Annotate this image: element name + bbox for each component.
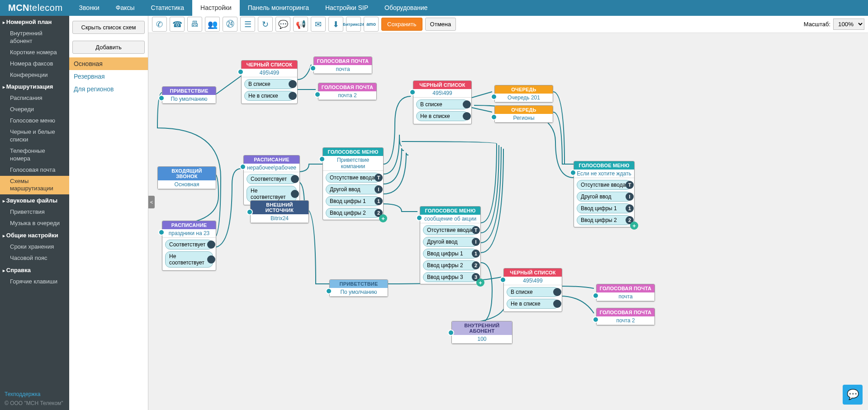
node-output[interactable]: Отсутствие вводаT — [326, 173, 380, 183]
support-link[interactable]: Техподдержка — [5, 391, 65, 397]
port-out[interactable] — [207, 240, 215, 249]
sidebar-group-title[interactable]: Номерной план — [0, 16, 69, 28]
node-output[interactable]: Ввод цифры 22 — [577, 215, 631, 225]
port-in[interactable] — [593, 292, 599, 299]
zoom-select[interactable]: 100% — [833, 19, 864, 30]
port-in[interactable] — [240, 164, 246, 170]
sidebar-item[interactable]: Сроки хранения — [0, 241, 69, 253]
sidebar-item[interactable]: Расписания — [0, 93, 69, 104]
port-in[interactable] — [570, 170, 576, 176]
sidebar-item[interactable]: Короткие номера — [0, 47, 69, 58]
node-output[interactable]: Не соответствует — [247, 186, 297, 202]
node-output[interactable]: Не соответствует — [165, 251, 213, 268]
chat-widget-icon[interactable]: 💬 — [843, 385, 863, 405]
tool-24-icon[interactable]: ㉔ — [223, 17, 237, 32]
tool-bitrix-icon[interactable]: Битрикс24 — [346, 17, 361, 32]
tool-amo-icon[interactable]: amo — [364, 17, 379, 32]
port-in[interactable] — [326, 288, 332, 294]
node-output[interactable]: Ввод цифры 11 — [577, 203, 631, 213]
add-output-button[interactable]: + — [630, 221, 638, 230]
sidebar-item[interactable]: Номера факсов — [0, 58, 69, 70]
node-output[interactable]: Отсутствие вводаT — [577, 180, 631, 190]
node-voicemail-3[interactable]: ГОЛОСОВАЯ ПОЧТА почта — [596, 284, 655, 302]
port-in[interactable] — [409, 89, 416, 95]
port-out[interactable] — [289, 92, 297, 100]
node-voicemail-1[interactable]: ГОЛОСОВАЯ ПОЧТА почта — [313, 57, 372, 74]
hide-schemes-button[interactable]: Скрыть список схем — [72, 21, 145, 34]
sidebar-item[interactable]: Телефонные номера — [0, 146, 69, 165]
tool-redirect-icon[interactable]: ↻ — [258, 17, 273, 32]
node-greeting-1[interactable]: ПРИВЕТСТВИЕ По умолчанию — [162, 86, 216, 104]
collapse-handle[interactable]: < — [148, 196, 155, 208]
node-greeting-2[interactable]: ПРИВЕТСТВИЕ По умолчанию — [329, 279, 388, 297]
tool-fax-icon[interactable]: 🖷 — [187, 17, 202, 32]
node-voicemail-2[interactable]: ГОЛОСОВАЯ ПОЧТА почта 2 — [318, 83, 377, 100]
port-in[interactable] — [158, 229, 165, 236]
tool-announce-icon[interactable]: 📢 — [293, 17, 308, 32]
node-output[interactable]: В списке — [416, 99, 469, 109]
sidebar-item[interactable]: Очереди — [0, 104, 69, 115]
node-output[interactable]: Не в списке — [507, 299, 559, 309]
sidebar-group-title[interactable]: Звуковые файлы — [0, 194, 69, 207]
tool-download-icon[interactable]: ⬇ — [328, 17, 343, 32]
tool-group-icon[interactable]: 👥 — [205, 17, 220, 32]
node-queue-1[interactable]: ОЧЕРЕДЬ Очередь 201 — [494, 85, 553, 103]
topnav-item[interactable]: Факсы — [108, 0, 143, 16]
port-in[interactable] — [491, 114, 497, 120]
save-button[interactable]: Сохранить — [381, 18, 422, 31]
node-output[interactable]: Не в списке — [244, 91, 294, 101]
port-out[interactable] — [553, 288, 561, 296]
sidebar-item[interactable]: Черные и белые списки — [0, 127, 69, 146]
flow-canvas[interactable]: < — [148, 33, 868, 410]
node-ivr-3[interactable]: ГОЛОСОВОЕ МЕНЮ Если не хотите ждать Отсу… — [574, 161, 635, 227]
node-output[interactable]: Ввод цифры 11 — [423, 249, 478, 259]
node-output[interactable]: Ввод цифры 22 — [423, 260, 478, 270]
port-out[interactable] — [463, 100, 471, 108]
port-in[interactable] — [319, 156, 325, 162]
port-out[interactable] — [463, 112, 471, 120]
node-schedule-2[interactable]: РАСПИСАНИЕ праздники на 23 Соответствует… — [162, 221, 216, 271]
node-ivr-1[interactable]: ГОЛОСОВОЕ МЕНЮ Приветствие компании Отсу… — [323, 147, 384, 220]
sidebar-item[interactable]: Музыка в очереди — [0, 218, 69, 229]
node-internal-abonent[interactable]: ВНУТРЕННИЙ АБОНЕНТ 100 — [451, 321, 512, 344]
node-voicemail-4[interactable]: ГОЛОСОВАЯ ПОЧТА почта 2 — [596, 308, 655, 325]
node-output[interactable]: Ввод цифры 33 — [423, 272, 478, 282]
node-output[interactable]: Не в списке — [416, 111, 469, 121]
node-output[interactable]: В списке — [507, 287, 559, 297]
add-output-button[interactable]: + — [476, 278, 484, 287]
sidebar-group-title[interactable]: Справка — [0, 264, 69, 276]
node-blacklist-3[interactable]: ЧЕРНЫЙ СПИСОК 495\499 В списке Не в спис… — [503, 268, 562, 312]
node-output[interactable]: Соответствует — [247, 174, 297, 184]
sidebar-item[interactable]: Голосовая почта — [0, 165, 69, 176]
node-incoming-call[interactable]: ВХОДЯЩИЙ ЗВОНОК Основная — [157, 166, 216, 189]
port-in[interactable] — [448, 330, 454, 336]
add-output-button[interactable]: + — [379, 214, 387, 222]
port-out[interactable] — [291, 175, 299, 183]
sidebar-item[interactable]: Приветствия — [0, 207, 69, 218]
topnav-item[interactable]: Настройки — [192, 0, 240, 16]
node-output[interactable]: Другой вводI — [326, 184, 380, 194]
tool-dial-icon[interactable]: ☎ — [170, 17, 185, 32]
node-output[interactable]: Ввод цифры 11 — [326, 196, 380, 206]
node-output[interactable]: Соответствует — [165, 240, 213, 250]
node-queue-2[interactable]: ОЧЕРЕДЬ Регионы — [494, 105, 553, 123]
sidebar-item[interactable]: Схемы маршрутизации — [0, 176, 69, 195]
port-in[interactable] — [500, 277, 506, 283]
node-output[interactable]: В списке — [244, 79, 294, 89]
sidebar-group-title[interactable]: Маршрутизация — [0, 80, 69, 93]
sidebar-item[interactable]: Горячие клавиши — [0, 276, 69, 287]
port-out[interactable] — [289, 80, 297, 88]
scheme-list-item[interactable]: Для регионов — [69, 83, 148, 95]
sidebar-group-title[interactable]: Общие настройки — [0, 229, 69, 241]
port-in[interactable] — [310, 65, 316, 71]
add-scheme-button[interactable]: Добавить — [72, 41, 145, 54]
port-in[interactable] — [593, 316, 599, 323]
node-output[interactable]: Ввод цифры 22 — [326, 208, 380, 218]
port-out[interactable] — [207, 255, 215, 264]
node-output[interactable]: Другой вводI — [577, 192, 631, 202]
node-ivr-2[interactable]: ГОЛОСОВОЕ МЕНЮ сообщение об акции Отсутс… — [420, 206, 481, 284]
tool-chat-icon[interactable]: 💬 — [275, 17, 290, 32]
port-in[interactable] — [158, 95, 165, 101]
tool-mail-icon[interactable]: ✉ — [311, 17, 326, 32]
node-external-source[interactable]: ВНЕШНИЙ ИСТОЧНИК Bitrix24 — [250, 200, 309, 223]
